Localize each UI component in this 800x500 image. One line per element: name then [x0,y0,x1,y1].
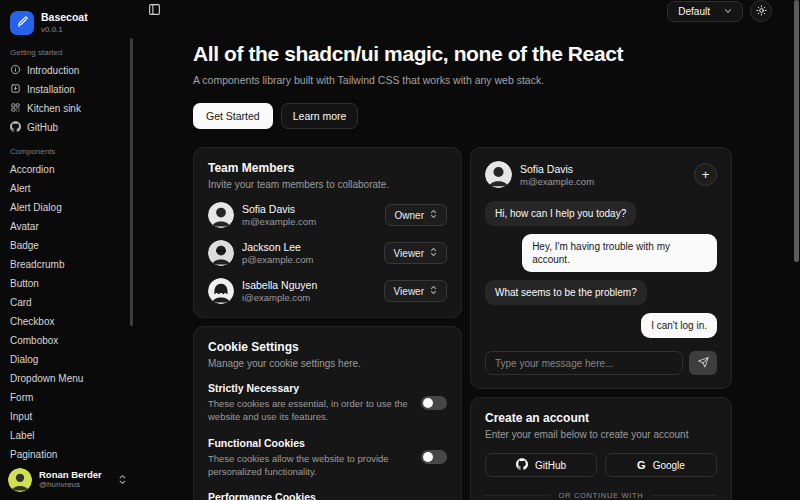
new-chat-button[interactable]: + [694,163,717,186]
chevrons-up-down-icon [118,471,127,489]
sidebar-item-pagination[interactable]: Pagination [0,445,135,464]
nav-label: Button [10,278,39,289]
app-version: v0.0.1 [41,25,88,35]
dark-mode-toggle-button[interactable] [750,0,772,22]
team-member-row: Sofia Davis m@example.com Owner [208,202,447,228]
sidebar-item-card[interactable]: Card [0,293,135,312]
nav-label: Checkbox [10,316,54,327]
app-window: Basecoat v0.0.1 Getting started Introduc… [0,0,800,500]
sidebar-item-introduction[interactable]: Introduction [0,61,135,80]
role-select[interactable]: Owner [385,204,447,226]
nav-label: Avatar [10,221,39,232]
avatar [208,278,234,304]
page-content: All of the shadcn/ui magic, none of the … [135,22,800,500]
card-title: Create an account [485,411,717,425]
chevrons-up-down-icon [430,285,437,297]
learn-more-button[interactable]: Learn more [281,103,359,129]
strictly-necessary-switch[interactable] [421,396,447,410]
nav-label: Accordion [10,164,54,175]
cookie-setting-row: Performance Cookies These cookies help t… [208,491,447,500]
sidebar-item-dialog[interactable]: Dialog [0,350,135,369]
nav-label: Card [10,297,32,308]
send-icon [698,356,709,371]
nav-label: Breadcrumb [10,259,64,270]
chat-message-input[interactable] [485,351,683,375]
page-subtitle: A components library built with Tailwind… [193,74,800,86]
sidebar-item-alert-dialog[interactable]: Alert Dialog [0,198,135,217]
nav-label: Dialog [10,354,38,365]
role-select-value: Viewer [394,248,424,259]
oauth-label: Google [653,460,685,471]
card-subtitle: Manage your cookie settings here. [208,358,447,369]
avatar [208,240,234,266]
sidebar-logo[interactable]: Basecoat v0.0.1 [0,8,135,38]
section-label-components: Components [0,137,135,160]
chat-user-email: m@example.com [520,176,594,187]
sidebar-toggle-button[interactable] [145,0,164,22]
sidebar-item-input[interactable]: Input [0,407,135,426]
page-title: All of the shadcn/ui magic, none of the … [193,42,800,66]
user-name: Ronan Berder [39,469,102,481]
panel-left-icon [148,3,161,19]
card-subtitle: Invite your team members to collaborate. [208,179,447,190]
nav-label: Form [10,392,33,403]
member-email: p@example.com [242,254,313,265]
google-icon: G [637,459,646,471]
sidebar-item-accordion[interactable]: Accordion [0,160,135,179]
member-email: m@example.com [242,216,316,227]
sidebar-item-form[interactable]: Form [0,388,135,407]
cookie-setting-row: Strictly Necessary These cookies are ess… [208,382,447,424]
demo-cards-grid: Team Members Invite your team members to… [193,147,800,500]
github-icon [10,121,21,134]
nav-label: GitHub [27,122,58,133]
sidebar-item-checkbox[interactable]: Checkbox [0,312,135,331]
nav-label: Dropdown Menu [10,373,83,384]
sidebar-user-menu[interactable]: Ronan Berder @hunvreus [0,463,135,500]
sidebar-item-badge[interactable]: Badge [0,236,135,255]
role-select[interactable]: Viewer [384,242,447,264]
nav-label: Combobox [10,335,58,346]
role-select[interactable]: Viewer [384,280,447,302]
sidebar-item-label[interactable]: Label [0,426,135,445]
setting-label: Performance Cookies [208,491,411,500]
member-name: Isabella Nguyen [242,279,317,291]
setting-label: Functional Cookies [208,437,411,449]
sidebar-item-installation[interactable]: Installation [0,80,135,99]
nav-label: Input [10,411,32,422]
user-handle: @hunvreus [39,480,102,490]
theme-style-select[interactable]: Default [667,1,743,22]
get-started-button[interactable]: Get Started [193,103,273,129]
sidebar-item-alert[interactable]: Alert [0,179,135,198]
github-signup-button[interactable]: GitHub [485,453,597,477]
send-message-button[interactable] [689,351,717,375]
chat-card: Sofia Davis m@example.com + Hi, how can … [470,147,732,389]
avatar [485,161,512,188]
sidebar-item-avatar[interactable]: Avatar [0,217,135,236]
sidebar-item-combobox[interactable]: Combobox [0,331,135,350]
grid-icon [10,102,21,115]
avatar [8,468,32,492]
nav-label: Kitchen sink [27,103,81,114]
app-title: Basecoat [41,11,88,24]
setting-description: These cookies are essential, in order to… [208,397,411,424]
brush-icon [16,14,28,32]
page-scrollbar[interactable] [794,0,799,262]
functional-cookies-switch[interactable] [421,450,447,464]
sidebar-item-kitchen-sink[interactable]: Kitchen sink [0,99,135,118]
nav-label: Installation [27,84,75,95]
oauth-label: GitHub [535,460,566,471]
basecoat-logo [10,11,34,35]
sidebar-item-dropdown-menu[interactable]: Dropdown Menu [0,369,135,388]
sun-icon [756,4,767,19]
member-email: i@example.com [242,292,317,303]
sidebar-item-button[interactable]: Button [0,274,135,293]
cookie-setting-row: Functional Cookies These cookies allow t… [208,437,447,479]
nav-label: Alert Dialog [10,202,62,213]
sidebar-item-github[interactable]: GitHub [0,118,135,137]
divider-label: OR CONTINUE WITH [559,491,644,500]
sidebar-scrollbar[interactable] [130,38,133,326]
card-title: Cookie Settings [208,340,447,354]
sidebar-item-breadcrumb[interactable]: Breadcrumb [0,255,135,274]
github-icon [516,458,528,472]
google-signup-button[interactable]: G Google [605,453,717,477]
